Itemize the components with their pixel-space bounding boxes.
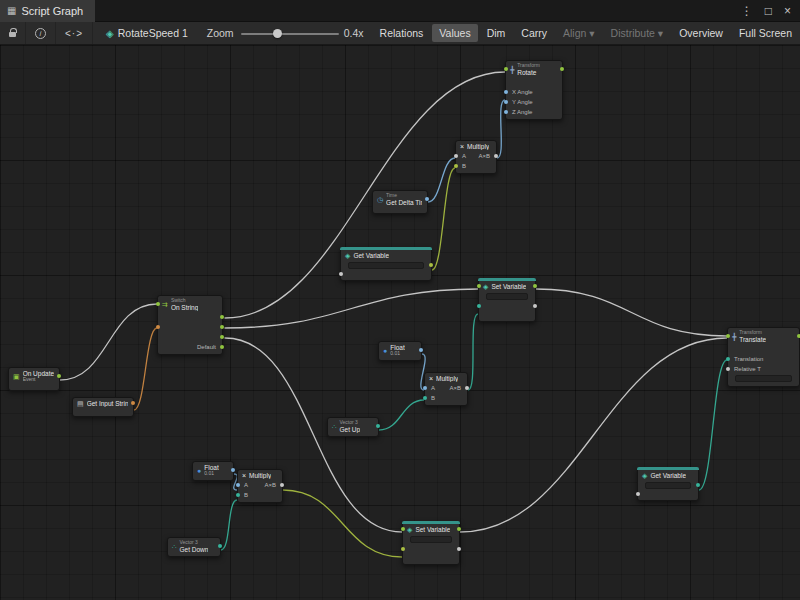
node-multiply-1[interactable]: ×MultiplyAA×BB — [455, 140, 497, 174]
port-r[interactable] — [220, 335, 224, 339]
port-l[interactable] — [236, 483, 240, 487]
edge-1[interactable] — [60, 304, 157, 380]
node-translate[interactable]: ╋TransformTranslateTranslationRelative T — [727, 327, 800, 387]
port-r[interactable] — [57, 374, 61, 378]
port-l[interactable] — [156, 325, 160, 329]
variable-name-field[interactable] — [735, 375, 792, 382]
node-get-variable-1[interactable]: ◈Get Variable — [340, 247, 432, 281]
node-get-delta-time[interactable]: ◷TimeGet Delta Time — [372, 190, 428, 214]
port-l[interactable] — [726, 334, 730, 338]
lock-icon[interactable] — [9, 32, 16, 37]
node-on-update[interactable]: ▣On UpdateEvent — [8, 367, 60, 391]
variable-name-field[interactable] — [645, 482, 691, 489]
toolbar-button-full-screen[interactable]: Full Screen — [732, 24, 799, 42]
node-float-2[interactable]: ●Float0.01 — [192, 461, 234, 481]
variable-name-field[interactable] — [348, 262, 424, 269]
port-r[interactable] — [696, 483, 700, 487]
port-r[interactable] — [220, 325, 224, 329]
port-l[interactable] — [504, 90, 508, 94]
toolbar-button-values[interactable]: Values — [432, 24, 477, 42]
zoom-slider-thumb[interactable] — [273, 29, 282, 38]
port-l[interactable] — [454, 154, 458, 158]
port-r[interactable] — [560, 67, 564, 71]
tab-script-graph[interactable]: ▦ Script Graph — [0, 0, 95, 22]
edge-15[interactable] — [283, 490, 402, 557]
node-vector3-get-up[interactable]: ∴Vector 3Get Up — [327, 417, 379, 437]
port-l[interactable] — [477, 304, 481, 308]
port-l[interactable] — [726, 357, 730, 361]
node-set-variable-1[interactable]: ◈Set Variable — [478, 278, 536, 322]
port-r[interactable] — [429, 263, 433, 267]
edge-17[interactable] — [699, 360, 727, 490]
node-float-1[interactable]: ●Float0.01 — [378, 341, 422, 361]
port-l[interactable] — [504, 67, 508, 71]
edge-12[interactable] — [468, 314, 478, 390]
port-l[interactable] — [423, 396, 427, 400]
port-l[interactable] — [339, 272, 343, 276]
variable-name-field[interactable] — [486, 293, 528, 300]
port-r[interactable] — [280, 483, 284, 487]
edge-8[interactable] — [497, 100, 505, 158]
edge-11[interactable] — [379, 400, 424, 430]
edge-16[interactable] — [460, 338, 727, 532]
port-l[interactable] — [477, 284, 481, 288]
node-switch-on-string[interactable]: ⇉SwitchOn StringDefault — [157, 295, 223, 355]
port-l[interactable] — [156, 302, 160, 306]
port-r[interactable] — [533, 304, 537, 308]
toolbar-button-align[interactable]: Align ▾ — [556, 24, 602, 42]
toolbar-button-dim[interactable]: Dim — [480, 24, 513, 42]
node-get-variable-2[interactable]: ◈Get Variable — [637, 467, 699, 501]
node-set-variable-2[interactable]: ◈Set Variable — [402, 521, 460, 565]
node-multiply-2[interactable]: ×MultiplyAA×BB — [424, 372, 468, 406]
port-r[interactable] — [425, 197, 429, 201]
port-l[interactable] — [236, 493, 240, 497]
port-r[interactable] — [457, 547, 461, 551]
node-vector3-get-down[interactable]: ∴Vector 3Get Down — [167, 537, 221, 557]
edge-6[interactable] — [432, 168, 455, 270]
port-l[interactable] — [423, 386, 427, 390]
edge-2[interactable] — [134, 328, 157, 410]
toolbar-button-carry[interactable]: Carry — [514, 24, 554, 42]
edge-7[interactable] — [428, 158, 455, 202]
port-l[interactable] — [636, 492, 640, 496]
maximize-icon[interactable]: □ — [765, 4, 772, 18]
toolbar-button-distribute[interactable]: Distribute ▾ — [604, 24, 671, 42]
port-r[interactable] — [220, 315, 224, 319]
port-r[interactable] — [218, 544, 222, 548]
toolbar-button-overview[interactable]: Overview — [672, 24, 730, 42]
port-l[interactable] — [726, 367, 730, 371]
graph-name[interactable]: RotateSpeed 1 — [118, 27, 188, 39]
port-l[interactable] — [401, 527, 405, 531]
graph-canvas[interactable]: ╋TransformRotateX AngleY AngleZ Angle×Mu… — [0, 45, 800, 600]
port-r[interactable] — [376, 424, 380, 428]
port-r[interactable] — [465, 386, 469, 390]
port-r[interactable] — [533, 284, 537, 288]
port-l[interactable] — [504, 110, 508, 114]
close-icon[interactable]: × — [784, 4, 791, 18]
port-r[interactable] — [419, 348, 423, 352]
edge-9[interactable] — [536, 289, 727, 336]
node-multiply-3[interactable]: ×MultiplyAA×BB — [237, 469, 283, 503]
toolbar-button-relations[interactable]: Relations — [373, 24, 431, 42]
info-icon[interactable]: i — [35, 28, 46, 39]
toolbar-buttons: RelationsValuesDimCarryAlign ▾Distribute… — [372, 22, 800, 44]
edge-3[interactable] — [225, 72, 505, 318]
port-l[interactable] — [401, 547, 405, 551]
node-rotate[interactable]: ╋TransformRotateX AngleY AngleZ Angle — [505, 60, 563, 120]
zoom-slider[interactable] — [241, 22, 337, 44]
port-l[interactable] — [504, 100, 508, 104]
edge-14[interactable] — [221, 500, 237, 550]
node-get-input-string[interactable]: ▤Get Input Strin — [72, 397, 134, 417]
port-l[interactable] — [454, 164, 458, 168]
window-menu-icon[interactable]: ⋮ — [741, 4, 753, 18]
port-r[interactable] — [494, 154, 498, 158]
port-r[interactable] — [457, 527, 461, 531]
code-view-icon[interactable]: <·> — [65, 28, 83, 39]
port-r[interactable] — [231, 468, 235, 472]
port-r[interactable] — [131, 401, 135, 405]
edge-4[interactable] — [225, 289, 478, 328]
node-row — [506, 77, 562, 87]
node-title: Get Down — [179, 546, 208, 553]
variable-name-field[interactable] — [410, 536, 452, 543]
port-r[interactable] — [220, 345, 224, 349]
